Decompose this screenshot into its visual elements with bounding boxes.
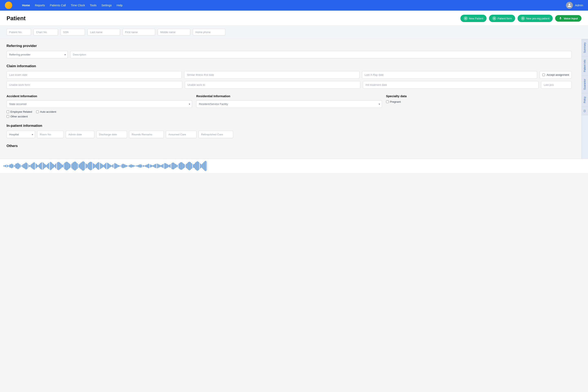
last-xray-input[interactable] (362, 71, 537, 78)
wave-bar (94, 164, 95, 168)
wave-bar (206, 161, 206, 171)
similar-illness-input[interactable] (184, 71, 359, 78)
wave-bar (88, 163, 88, 169)
nav-tools[interactable]: Tools (90, 3, 96, 8)
referring-provider-select[interactable]: Referring provider (6, 51, 68, 58)
wave-bar (99, 162, 100, 170)
wave-bar (86, 164, 86, 168)
employee-related-checkbox[interactable]: Employee Related (6, 110, 32, 113)
wave-bar (141, 164, 142, 168)
last-pos-input[interactable] (541, 81, 572, 88)
hospital-select[interactable]: Hospital (6, 131, 35, 138)
other-accident-input[interactable] (6, 115, 9, 118)
wave-bar (151, 165, 152, 167)
wave-bar (175, 164, 176, 168)
wave-bar (89, 162, 90, 170)
pregnant-checkbox[interactable]: Pregnant (386, 100, 572, 103)
pregnant-input[interactable] (386, 100, 389, 103)
wave-bar (77, 163, 78, 169)
first-name-input[interactable] (122, 29, 155, 36)
wave-bar (25, 163, 25, 169)
last-name-input[interactable] (88, 29, 120, 36)
discharge-date-input[interactable] (96, 131, 127, 138)
new-patient-button[interactable]: + New Patient (460, 15, 486, 22)
wave-bar (64, 164, 64, 168)
wave-bar (134, 166, 134, 166)
wave-bar (57, 162, 58, 170)
wave-bar (103, 165, 104, 167)
wave-bar (174, 163, 174, 169)
nav-patients-call[interactable]: Patients Call (50, 3, 66, 8)
chart-no-input[interactable] (34, 29, 58, 36)
accident-checkboxes: Employee Related Auto accident Other acc… (6, 110, 192, 118)
state-occurred-wrapper: State occurred (6, 100, 192, 108)
description-input[interactable] (70, 51, 572, 58)
wave-bar (116, 164, 117, 168)
wave-bar (166, 164, 167, 168)
tab-patient-info[interactable]: Patient Info (582, 56, 588, 75)
wave-bar (158, 164, 158, 168)
ssn-input[interactable] (60, 29, 85, 36)
tab-guarantor[interactable]: Guarantor (582, 75, 588, 93)
wave-bar (162, 165, 162, 167)
home-phone-input[interactable] (193, 29, 226, 36)
new-prereg-label: New pre-reg patient (526, 17, 550, 20)
nav-help[interactable]: Help (116, 3, 122, 8)
wave-bar (114, 163, 115, 169)
new-prereg-button[interactable]: + New pre-reg patient (518, 15, 553, 22)
wave-bar (81, 162, 82, 170)
wave-bar (118, 165, 119, 167)
auto-accident-input[interactable] (36, 110, 39, 113)
wave-bar (10, 164, 10, 168)
wave-bar (197, 161, 198, 171)
tab-policy[interactable]: Policy (582, 93, 588, 106)
wave-bar (72, 164, 72, 168)
wave-bar (196, 162, 197, 170)
nav-time-clock[interactable]: Time Clock (71, 3, 85, 8)
assumed-care-input[interactable] (166, 131, 196, 138)
wave-bar (191, 163, 192, 169)
page-title: Patient (6, 15, 460, 22)
referring-provider-title: Referring provider (6, 44, 572, 48)
init-treatment-input[interactable] (363, 81, 538, 88)
wave-bar (76, 162, 76, 170)
voice-input-button[interactable]: Voice Input (555, 15, 582, 22)
main-content: Referring provider Referring provider Cl… (0, 39, 588, 159)
room-no-input[interactable] (37, 131, 64, 138)
employee-related-label: Employee Related (10, 110, 32, 113)
rounds-remarks-input[interactable] (129, 131, 164, 138)
facility-select[interactable]: Resident/Service Facility (196, 100, 382, 108)
wave-bar (75, 162, 75, 170)
wave-bar (29, 165, 30, 167)
employee-related-input[interactable] (6, 110, 9, 113)
middle-name-input[interactable] (158, 29, 190, 36)
other-accident-checkbox[interactable]: Other accident (6, 115, 28, 118)
plus-icon-1: + (464, 16, 468, 20)
wave-bar (131, 164, 132, 168)
patient-form-button[interactable]: + Patient form (489, 15, 515, 22)
wave-bar (147, 164, 148, 168)
last-exam-date-input[interactable] (6, 71, 182, 78)
inpatient-section: In-patient information Hospital (6, 124, 572, 138)
wave-bar (66, 162, 66, 170)
unable-work-form-input[interactable] (6, 81, 182, 88)
nav-settings[interactable]: Settings (102, 3, 112, 8)
tab-cl[interactable]: Cl (582, 106, 588, 115)
tab-summary[interactable]: Summary (582, 39, 588, 56)
auto-accident-checkbox[interactable]: Auto accident (36, 110, 56, 113)
unable-work-to-input[interactable] (185, 81, 360, 88)
voice-input-label: Voice Input (564, 17, 578, 20)
nav-reports[interactable]: Reports (35, 3, 45, 8)
nav-home[interactable]: Home (22, 3, 30, 8)
accept-assignment-checkbox[interactable] (542, 74, 545, 76)
wave-bar (198, 162, 199, 170)
avatar (566, 2, 573, 9)
state-occurred-select[interactable]: State occurred (6, 100, 192, 108)
patient-no-input[interactable] (6, 29, 31, 36)
relinquished-care-input[interactable] (198, 131, 233, 138)
wave-bar (98, 162, 99, 170)
admin-date-input[interactable] (66, 131, 94, 138)
wave-bar (82, 162, 82, 170)
logo-icon (5, 2, 12, 9)
wave-bar (73, 162, 73, 169)
